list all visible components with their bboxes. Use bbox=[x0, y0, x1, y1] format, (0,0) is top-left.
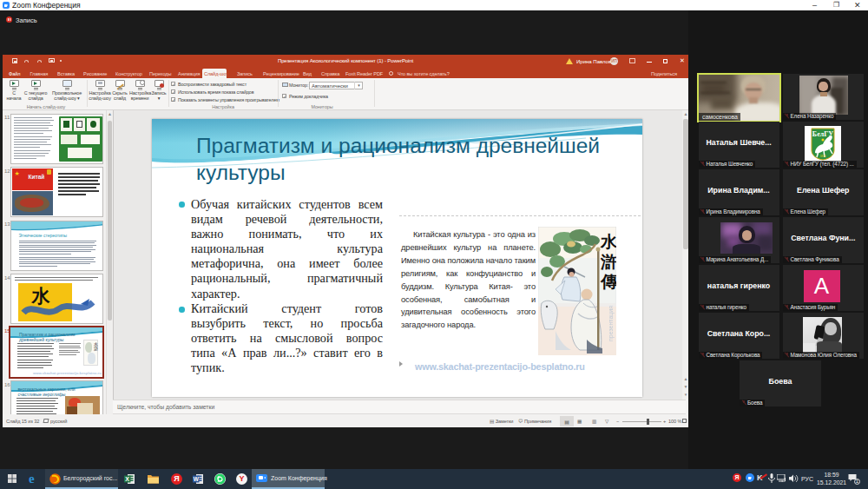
svg-text:滸: 滸 bbox=[600, 253, 616, 271]
svg-text:1876: 1876 bbox=[819, 155, 825, 158]
svg-text:презентация: презентация bbox=[608, 306, 615, 341]
svg-text:W: W bbox=[194, 476, 200, 482]
svg-text:X: X bbox=[125, 476, 129, 482]
svg-text:水: 水 bbox=[600, 233, 616, 251]
svg-text:傳: 傳 bbox=[600, 273, 616, 291]
